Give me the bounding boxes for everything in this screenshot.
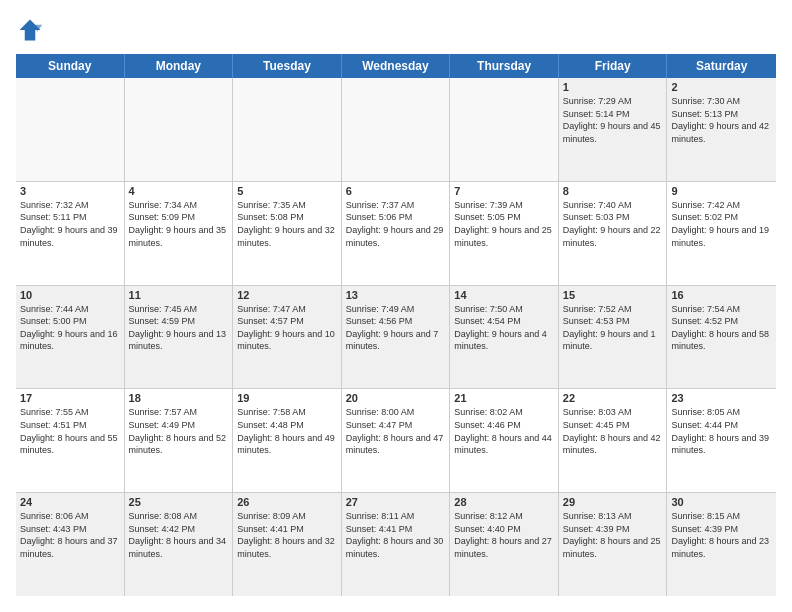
day-number: 1: [563, 81, 663, 93]
calendar-cell: 20Sunrise: 8:00 AMSunset: 4:47 PMDayligh…: [342, 389, 451, 492]
day-info: Sunrise: 7:58 AMSunset: 4:48 PMDaylight:…: [237, 406, 337, 456]
logo: [16, 16, 48, 44]
day-number: 2: [671, 81, 772, 93]
day-number: 16: [671, 289, 772, 301]
calendar-cell: [233, 78, 342, 181]
calendar-cell: 30Sunrise: 8:15 AMSunset: 4:39 PMDayligh…: [667, 493, 776, 596]
day-info: Sunrise: 7:40 AMSunset: 5:03 PMDaylight:…: [563, 199, 663, 249]
calendar-cell: 13Sunrise: 7:49 AMSunset: 4:56 PMDayligh…: [342, 286, 451, 389]
calendar-cell: 9Sunrise: 7:42 AMSunset: 5:02 PMDaylight…: [667, 182, 776, 285]
calendar-row: 10Sunrise: 7:44 AMSunset: 5:00 PMDayligh…: [16, 286, 776, 390]
day-info: Sunrise: 7:50 AMSunset: 4:54 PMDaylight:…: [454, 303, 554, 353]
calendar-cell: 10Sunrise: 7:44 AMSunset: 5:00 PMDayligh…: [16, 286, 125, 389]
header: [16, 16, 776, 44]
day-info: Sunrise: 7:45 AMSunset: 4:59 PMDaylight:…: [129, 303, 229, 353]
day-info: Sunrise: 7:57 AMSunset: 4:49 PMDaylight:…: [129, 406, 229, 456]
day-info: Sunrise: 8:09 AMSunset: 4:41 PMDaylight:…: [237, 510, 337, 560]
day-number: 15: [563, 289, 663, 301]
day-info: Sunrise: 8:15 AMSunset: 4:39 PMDaylight:…: [671, 510, 772, 560]
calendar-cell: 25Sunrise: 8:08 AMSunset: 4:42 PMDayligh…: [125, 493, 234, 596]
calendar-cell: 15Sunrise: 7:52 AMSunset: 4:53 PMDayligh…: [559, 286, 668, 389]
day-number: 6: [346, 185, 446, 197]
day-number: 9: [671, 185, 772, 197]
calendar-cell: [450, 78, 559, 181]
calendar-cell: 8Sunrise: 7:40 AMSunset: 5:03 PMDaylight…: [559, 182, 668, 285]
calendar-cell: 2Sunrise: 7:30 AMSunset: 5:13 PMDaylight…: [667, 78, 776, 181]
calendar-header-row: SundayMondayTuesdayWednesdayThursdayFrid…: [16, 54, 776, 78]
calendar-row: 17Sunrise: 7:55 AMSunset: 4:51 PMDayligh…: [16, 389, 776, 493]
calendar-cell: 19Sunrise: 7:58 AMSunset: 4:48 PMDayligh…: [233, 389, 342, 492]
calendar-cell: 12Sunrise: 7:47 AMSunset: 4:57 PMDayligh…: [233, 286, 342, 389]
calendar-row: 1Sunrise: 7:29 AMSunset: 5:14 PMDaylight…: [16, 78, 776, 182]
calendar-cell: 14Sunrise: 7:50 AMSunset: 4:54 PMDayligh…: [450, 286, 559, 389]
svg-marker-1: [35, 25, 42, 32]
day-info: Sunrise: 7:37 AMSunset: 5:06 PMDaylight:…: [346, 199, 446, 249]
day-number: 20: [346, 392, 446, 404]
calendar-header-cell: Monday: [125, 54, 234, 78]
logo-icon: [16, 16, 44, 44]
calendar-cell: 1Sunrise: 7:29 AMSunset: 5:14 PMDaylight…: [559, 78, 668, 181]
calendar-cell: 16Sunrise: 7:54 AMSunset: 4:52 PMDayligh…: [667, 286, 776, 389]
day-info: Sunrise: 7:34 AMSunset: 5:09 PMDaylight:…: [129, 199, 229, 249]
day-number: 12: [237, 289, 337, 301]
calendar-cell: 29Sunrise: 8:13 AMSunset: 4:39 PMDayligh…: [559, 493, 668, 596]
day-info: Sunrise: 8:13 AMSunset: 4:39 PMDaylight:…: [563, 510, 663, 560]
day-number: 30: [671, 496, 772, 508]
page: SundayMondayTuesdayWednesdayThursdayFrid…: [0, 0, 792, 612]
day-info: Sunrise: 7:44 AMSunset: 5:00 PMDaylight:…: [20, 303, 120, 353]
day-info: Sunrise: 7:35 AMSunset: 5:08 PMDaylight:…: [237, 199, 337, 249]
day-info: Sunrise: 8:12 AMSunset: 4:40 PMDaylight:…: [454, 510, 554, 560]
day-number: 23: [671, 392, 772, 404]
day-number: 26: [237, 496, 337, 508]
day-number: 3: [20, 185, 120, 197]
calendar-header-cell: Friday: [559, 54, 668, 78]
calendar-cell: 3Sunrise: 7:32 AMSunset: 5:11 PMDaylight…: [16, 182, 125, 285]
day-info: Sunrise: 7:54 AMSunset: 4:52 PMDaylight:…: [671, 303, 772, 353]
day-info: Sunrise: 7:55 AMSunset: 4:51 PMDaylight:…: [20, 406, 120, 456]
day-info: Sunrise: 8:03 AMSunset: 4:45 PMDaylight:…: [563, 406, 663, 456]
day-info: Sunrise: 7:49 AMSunset: 4:56 PMDaylight:…: [346, 303, 446, 353]
day-number: 27: [346, 496, 446, 508]
day-info: Sunrise: 8:06 AMSunset: 4:43 PMDaylight:…: [20, 510, 120, 560]
day-info: Sunrise: 8:05 AMSunset: 4:44 PMDaylight:…: [671, 406, 772, 456]
day-number: 13: [346, 289, 446, 301]
calendar-body: 1Sunrise: 7:29 AMSunset: 5:14 PMDaylight…: [16, 78, 776, 596]
calendar-row: 3Sunrise: 7:32 AMSunset: 5:11 PMDaylight…: [16, 182, 776, 286]
calendar-cell: 5Sunrise: 7:35 AMSunset: 5:08 PMDaylight…: [233, 182, 342, 285]
day-info: Sunrise: 8:02 AMSunset: 4:46 PMDaylight:…: [454, 406, 554, 456]
day-info: Sunrise: 8:08 AMSunset: 4:42 PMDaylight:…: [129, 510, 229, 560]
calendar-header-cell: Saturday: [667, 54, 776, 78]
calendar-cell: 22Sunrise: 8:03 AMSunset: 4:45 PMDayligh…: [559, 389, 668, 492]
day-number: 22: [563, 392, 663, 404]
day-info: Sunrise: 8:00 AMSunset: 4:47 PMDaylight:…: [346, 406, 446, 456]
day-number: 21: [454, 392, 554, 404]
day-number: 5: [237, 185, 337, 197]
day-info: Sunrise: 7:32 AMSunset: 5:11 PMDaylight:…: [20, 199, 120, 249]
calendar-cell: 17Sunrise: 7:55 AMSunset: 4:51 PMDayligh…: [16, 389, 125, 492]
day-info: Sunrise: 7:42 AMSunset: 5:02 PMDaylight:…: [671, 199, 772, 249]
day-number: 29: [563, 496, 663, 508]
day-number: 19: [237, 392, 337, 404]
calendar-cell: 18Sunrise: 7:57 AMSunset: 4:49 PMDayligh…: [125, 389, 234, 492]
day-info: Sunrise: 7:30 AMSunset: 5:13 PMDaylight:…: [671, 95, 772, 145]
calendar: SundayMondayTuesdayWednesdayThursdayFrid…: [16, 54, 776, 596]
calendar-header-cell: Wednesday: [342, 54, 451, 78]
day-info: Sunrise: 7:39 AMSunset: 5:05 PMDaylight:…: [454, 199, 554, 249]
calendar-cell: 4Sunrise: 7:34 AMSunset: 5:09 PMDaylight…: [125, 182, 234, 285]
calendar-cell: [342, 78, 451, 181]
calendar-cell: 27Sunrise: 8:11 AMSunset: 4:41 PMDayligh…: [342, 493, 451, 596]
day-number: 28: [454, 496, 554, 508]
calendar-cell: 7Sunrise: 7:39 AMSunset: 5:05 PMDaylight…: [450, 182, 559, 285]
calendar-cell: 11Sunrise: 7:45 AMSunset: 4:59 PMDayligh…: [125, 286, 234, 389]
calendar-header-cell: Tuesday: [233, 54, 342, 78]
day-number: 4: [129, 185, 229, 197]
calendar-cell: [16, 78, 125, 181]
day-number: 10: [20, 289, 120, 301]
day-number: 14: [454, 289, 554, 301]
calendar-cell: 21Sunrise: 8:02 AMSunset: 4:46 PMDayligh…: [450, 389, 559, 492]
day-info: Sunrise: 7:47 AMSunset: 4:57 PMDaylight:…: [237, 303, 337, 353]
calendar-header-cell: Sunday: [16, 54, 125, 78]
day-number: 18: [129, 392, 229, 404]
calendar-cell: 23Sunrise: 8:05 AMSunset: 4:44 PMDayligh…: [667, 389, 776, 492]
day-number: 7: [454, 185, 554, 197]
